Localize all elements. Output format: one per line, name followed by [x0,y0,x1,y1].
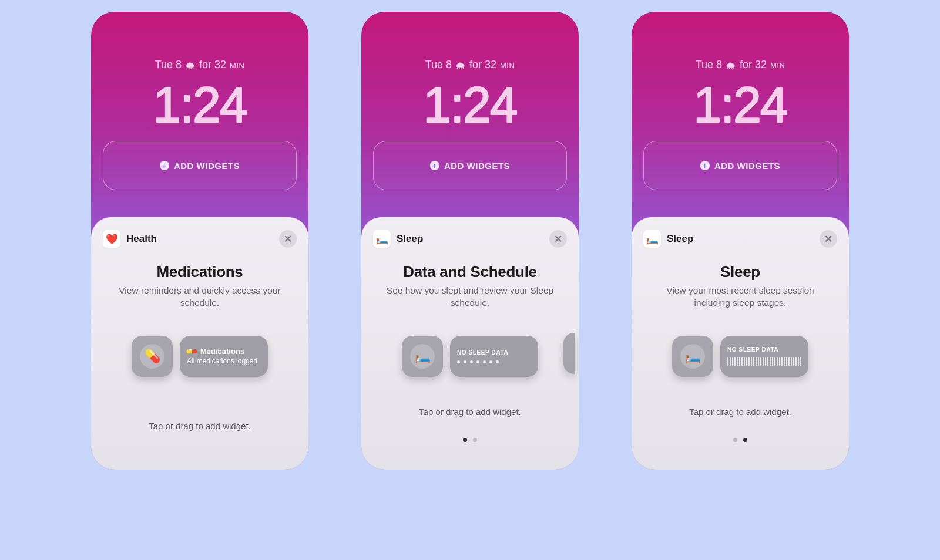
close-button[interactable]: ✕ [279,230,297,248]
sheet-header-left: ❤️ Health [103,230,157,248]
date-weather-line[interactable]: Tue 8 🌧 for 32MIN [696,59,785,71]
add-widgets-button[interactable]: + ADD WIDGETS [103,141,297,190]
no-sleep-label: NO SLEEP DATA [457,349,531,356]
date-text: Tue 8 [155,59,182,71]
sheet-header: 🛏️ Sleep ✕ [373,230,567,248]
rain-icon: 🌧 [455,60,466,72]
date-text: Tue 8 [425,59,452,71]
sheet-hint: Tap or drag to add widget. [103,421,297,431]
app-name-label: Sleep [667,233,693,245]
widget-preview-wrap: 🛏️ NO SLEEP DATA [643,309,837,380]
lockscreen-area: Tue 8 🌧 for 32MIN 1:24 + ADD WIDGETS [632,12,849,217]
weather-unit: MIN [230,61,244,70]
weather-text: for 32 [469,59,496,71]
lockscreen-area: Tue 8 🌧 for 32MIN 1:24 + ADD WIDGETS [361,12,579,217]
plus-circle-icon: + [160,161,169,170]
sheet-header-left: 🛏️ Sleep [373,230,423,248]
widget-subtitle: View reminders and quickly access your s… [103,285,297,309]
add-widgets-label: ADD WIDGETS [174,161,240,171]
close-button[interactable]: ✕ [549,230,567,248]
widget-preview-small[interactable]: 🛏️ [672,336,713,377]
widget-picker-sheet: ❤️ Health ✕ Medications View reminders a… [91,217,308,470]
widget-subtitle: View your most recent sleep session incl… [643,285,837,309]
rain-icon: 🌧 [726,60,736,72]
widget-preview-row: 🛏️ NO SLEEP DATA [373,333,567,380]
widget-preview-wide[interactable]: NO SLEEP DATA [450,336,538,377]
lockscreen-clock[interactable]: 1:24 [693,76,787,134]
widget-picker-sheet: 🛏️ Sleep ✕ Data and Schedule See how you… [361,217,579,470]
phone-screen: Tue 8 🌧 for 32MIN 1:24 + ADD WIDGETS ❤️ … [91,12,308,470]
widget-preview-wide[interactable]: 💊 Medications All medications logged [180,336,268,377]
pill-icon: 💊 [185,345,199,358]
widget-preview-row: 🛏️ NO SLEEP DATA [643,333,837,380]
widget-subtitle: See how you slept and review your Sleep … [373,285,567,309]
add-widgets-button[interactable]: + ADD WIDGETS [643,141,837,190]
phone-screen: Tue 8 🌧 for 32MIN 1:24 + ADD WIDGETS 🛏️ … [361,12,579,470]
close-icon: ✕ [824,233,832,245]
weather-text: for 32 [740,59,767,71]
widget-wide-sub: All medications logged [187,357,261,366]
add-widgets-button[interactable]: + ADD WIDGETS [373,141,567,190]
lockscreen-clock[interactable]: 1:24 [153,76,246,134]
date-text: Tue 8 [696,59,722,71]
plus-circle-icon: + [430,161,439,170]
page-dot [733,438,737,442]
close-icon: ✕ [554,233,562,245]
widget-preview-wrap: 🛏️ NO SLEEP DATA [373,309,567,380]
weather-unit: MIN [500,61,515,70]
sheet-hint: Tap or drag to add widget. [643,407,837,417]
sheet-hint: Tap or drag to add widget. [373,407,567,417]
widget-wide-heading: Medications [200,347,244,356]
weather-text: for 32 [199,59,226,71]
add-widgets-label: ADD WIDGETS [714,161,780,171]
widget-title: Medications [103,263,297,281]
sheet-header: 🛏️ Sleep ✕ [643,230,837,248]
page-dot [473,438,477,442]
page-dot [743,438,747,442]
bed-icon: 🛏️ [410,344,435,369]
app-name-label: Sleep [397,233,423,245]
widget-title: Data and Schedule [373,263,567,281]
sleep-dots-row [457,360,531,363]
widget-preview-row: 💊 💊 Medications All medications logged [103,333,297,380]
page-indicator [373,438,567,442]
rain-icon: 🌧 [185,60,196,72]
widget-preview-small[interactable]: 🛏️ [402,336,443,377]
widget-preview-small[interactable]: 💊 [132,336,173,377]
date-weather-line[interactable]: Tue 8 🌧 for 32MIN [155,59,245,71]
lockscreen-clock[interactable]: 1:24 [423,76,516,134]
screenshots-row: Tue 8 🌧 for 32MIN 1:24 + ADD WIDGETS ❤️ … [0,0,940,470]
app-name-label: Health [126,233,157,245]
widget-preview-peek[interactable] [563,333,575,374]
page-indicator [643,438,837,442]
lockscreen-area: Tue 8 🌧 for 32MIN 1:24 + ADD WIDGETS [91,12,308,217]
weather-unit: MIN [770,61,785,70]
phone-screen: Tue 8 🌧 for 32MIN 1:24 + ADD WIDGETS 🛏️ … [632,12,849,470]
no-sleep-label: NO SLEEP DATA [727,346,801,353]
widget-title: Sleep [643,263,837,281]
widget-preview-wide[interactable]: NO SLEEP DATA [720,336,808,377]
plus-circle-icon: + [700,161,710,170]
add-widgets-label: ADD WIDGETS [444,161,510,171]
date-weather-line[interactable]: Tue 8 🌧 for 32MIN [425,59,515,71]
pill-icon: 💊 [140,344,164,369]
close-icon: ✕ [284,233,292,245]
sleep-app-icon: 🛏️ [373,230,391,248]
sheet-header: ❤️ Health ✕ [103,230,297,248]
sleep-wave-graphic [727,357,801,366]
widget-picker-sheet: 🛏️ Sleep ✕ Sleep View your most recent s… [632,217,849,470]
widget-preview-wrap: 💊 💊 Medications All medications logged [103,309,297,380]
bed-icon: 🛏️ [680,344,705,369]
health-app-icon: ❤️ [103,230,120,248]
sleep-app-icon: 🛏️ [643,230,661,248]
sheet-header-left: 🛏️ Sleep [643,230,693,248]
close-button[interactable]: ✕ [820,230,837,248]
page-dot [463,438,467,442]
